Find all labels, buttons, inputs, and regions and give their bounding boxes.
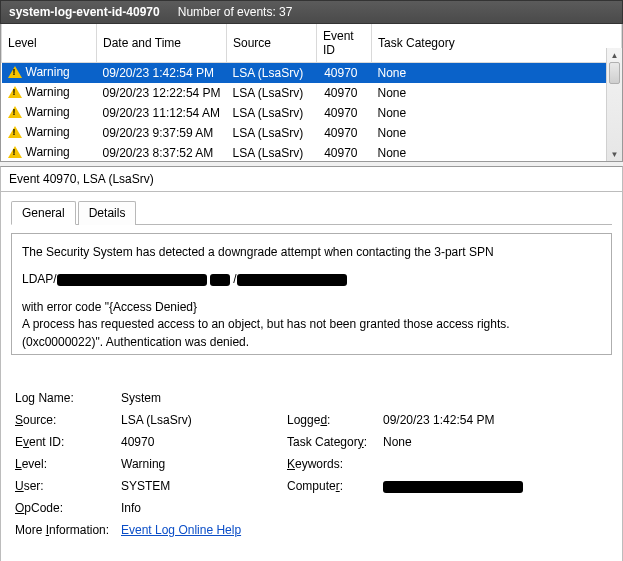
prop-logged-value: 09/20/23 1:42:54 PM bbox=[383, 413, 608, 427]
cell-eventid: 40970 bbox=[317, 143, 372, 162]
prop-keywords-label: Keywords: bbox=[287, 457, 377, 471]
prop-logname-value: System bbox=[121, 391, 281, 405]
msg-ldap-line: LDAP/ / bbox=[22, 271, 601, 288]
redacted-block bbox=[237, 274, 347, 286]
warning-icon bbox=[8, 106, 22, 118]
prop-eventid-label: Event ID: bbox=[15, 435, 115, 449]
warning-icon bbox=[8, 146, 22, 158]
prop-moreinfo-value: Event Log Online Help bbox=[121, 523, 608, 537]
cell-level: Warning bbox=[26, 85, 70, 99]
cell-eventid: 40970 bbox=[317, 103, 372, 123]
scrollbar-thumb[interactable] bbox=[609, 62, 620, 84]
prop-source-label: Source: bbox=[15, 413, 115, 427]
detail-pane: General Details The Security System has … bbox=[0, 192, 623, 561]
cell-date: 09/20/23 1:42:54 PM bbox=[97, 63, 227, 84]
warning-icon bbox=[8, 126, 22, 138]
cell-eventid: 40970 bbox=[317, 63, 372, 84]
redacted-block bbox=[210, 274, 230, 286]
cell-task: None bbox=[372, 63, 622, 84]
table-row[interactable]: Warning09/20/23 12:22:54 PMLSA (LsaSrv)4… bbox=[2, 83, 622, 103]
cell-task: None bbox=[372, 103, 622, 123]
msg-err-1: with error code "{Access Denied} bbox=[22, 299, 601, 316]
col-header-task[interactable]: Task Category bbox=[372, 24, 622, 63]
detail-tabs: General Details bbox=[11, 200, 612, 225]
warning-icon bbox=[8, 86, 22, 98]
cell-source: LSA (LsaSrv) bbox=[227, 63, 317, 84]
cell-source: LSA (LsaSrv) bbox=[227, 143, 317, 162]
col-header-level[interactable]: Level bbox=[2, 24, 97, 63]
cell-source: LSA (LsaSrv) bbox=[227, 123, 317, 143]
col-header-source[interactable]: Source bbox=[227, 24, 317, 63]
cell-date: 09/20/23 11:12:54 AM bbox=[97, 103, 227, 123]
cell-level: Warning bbox=[26, 65, 70, 79]
prop-taskcat-label: Task Category: bbox=[287, 435, 377, 449]
prop-source-value: LSA (LsaSrv) bbox=[121, 413, 281, 427]
cell-date: 09/20/23 12:22:54 PM bbox=[97, 83, 227, 103]
col-header-eventid[interactable]: Event ID bbox=[317, 24, 372, 63]
cell-task: None bbox=[372, 123, 622, 143]
warning-icon bbox=[8, 66, 22, 78]
detail-header: Event 40970, LSA (LsaSrv) bbox=[0, 166, 623, 192]
cell-level: Warning bbox=[26, 105, 70, 119]
redacted-block bbox=[57, 274, 207, 286]
cell-level: Warning bbox=[26, 125, 70, 139]
cell-date: 09/20/23 8:37:52 AM bbox=[97, 143, 227, 162]
scrollbar-up-arrow[interactable]: ▲ bbox=[607, 48, 622, 62]
prop-opcode-value: Info bbox=[121, 501, 281, 515]
cell-level: Warning bbox=[26, 145, 70, 159]
prop-computer-label: Computer: bbox=[287, 479, 377, 493]
grid-scrollbar-vertical[interactable]: ▲ ▼ bbox=[606, 48, 622, 161]
msg-line-1: The Security System has detected a downg… bbox=[22, 244, 601, 261]
cell-task: None bbox=[372, 83, 622, 103]
tab-general[interactable]: General bbox=[11, 201, 76, 225]
prop-eventid-value: 40970 bbox=[121, 435, 281, 449]
cell-task: None bbox=[372, 143, 622, 162]
cell-eventid: 40970 bbox=[317, 123, 372, 143]
table-row[interactable]: Warning09/20/23 8:37:52 AMLSA (LsaSrv)40… bbox=[2, 143, 622, 162]
table-row[interactable]: Warning09/20/23 1:42:54 PMLSA (LsaSrv)40… bbox=[2, 63, 622, 84]
prop-level-label: Level: bbox=[15, 457, 115, 471]
msg-err-2: A process has requested access to an obj… bbox=[22, 316, 601, 333]
prop-user-label: User: bbox=[15, 479, 115, 493]
event-count-label: Number of events: 37 bbox=[178, 5, 293, 19]
event-message-box: The Security System has detected a downg… bbox=[11, 233, 612, 355]
ldap-prefix: LDAP/ bbox=[22, 272, 57, 286]
prop-user-value: SYSTEM bbox=[121, 479, 281, 493]
prop-opcode-label: OpCode: bbox=[15, 501, 115, 515]
prop-moreinfo-label: More Information: bbox=[15, 523, 115, 537]
event-properties: Log Name: System Source: LSA (LsaSrv) Lo… bbox=[15, 391, 608, 537]
prop-computer-value bbox=[383, 479, 608, 493]
prop-logged-label: Logged: bbox=[287, 413, 377, 427]
window-title: system-log-event-id-40970 bbox=[9, 5, 160, 19]
msg-err-3: (0xc0000022)". Authentication was denied… bbox=[22, 334, 601, 351]
redacted-block bbox=[383, 481, 523, 493]
tab-details[interactable]: Details bbox=[78, 201, 137, 225]
prop-logname-label: Log Name: bbox=[15, 391, 115, 405]
cell-eventid: 40970 bbox=[317, 83, 372, 103]
col-header-date[interactable]: Date and Time bbox=[97, 24, 227, 63]
cell-source: LSA (LsaSrv) bbox=[227, 103, 317, 123]
event-log-online-help-link[interactable]: Event Log Online Help bbox=[121, 523, 241, 537]
table-row[interactable]: Warning09/20/23 11:12:54 AMLSA (LsaSrv)4… bbox=[2, 103, 622, 123]
event-grid-container: Level Date and Time Source Event ID Task… bbox=[0, 24, 623, 162]
event-grid[interactable]: Level Date and Time Source Event ID Task… bbox=[1, 24, 622, 162]
cell-source: LSA (LsaSrv) bbox=[227, 83, 317, 103]
table-row[interactable]: Warning09/20/23 9:37:59 AMLSA (LsaSrv)40… bbox=[2, 123, 622, 143]
cell-date: 09/20/23 9:37:59 AM bbox=[97, 123, 227, 143]
title-bar: system-log-event-id-40970 Number of even… bbox=[0, 0, 623, 24]
scrollbar-down-arrow[interactable]: ▼ bbox=[607, 147, 622, 161]
prop-level-value: Warning bbox=[121, 457, 281, 471]
prop-taskcat-value: None bbox=[383, 435, 608, 449]
